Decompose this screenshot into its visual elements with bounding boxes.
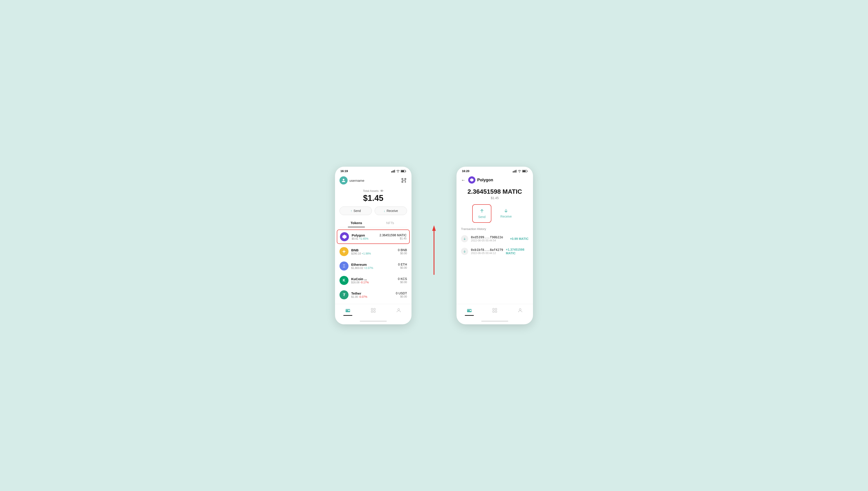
eth-amount: 0 ETH (398, 263, 407, 266)
eye-icon[interactable] (380, 189, 383, 193)
svg-marker-16 (342, 235, 346, 239)
tab-nfts[interactable]: NFTs (373, 219, 407, 227)
total-assets-label: Total Assets (335, 189, 411, 193)
tether-name: Tether (351, 291, 393, 295)
total-assets-section: Total Assets $1.45 (335, 187, 411, 206)
tether-info: Tether $1.00 -0.07% (351, 291, 393, 298)
send-button[interactable]: ↑ Send (340, 206, 372, 215)
svg-rect-6 (401, 170, 404, 172)
time-1: 16:19 (340, 169, 348, 173)
eth-info: Ethereum $1,803.02 +2.07% (351, 263, 395, 269)
tether-value: $0.00 (396, 295, 407, 298)
eth-value: $0.00 (398, 266, 407, 269)
wifi-icon-2 (518, 170, 521, 173)
tx-date-2: 2022-06-05 00:44:12 (471, 252, 503, 255)
bnb-value: $0.00 (398, 252, 407, 255)
signal-icon (391, 170, 395, 173)
avatar (340, 176, 348, 184)
tether-balance: 0 USDT $0.00 (396, 291, 407, 298)
send-button-2[interactable]: Send (472, 204, 491, 223)
status-icons-2 (513, 170, 528, 173)
svg-rect-9 (405, 178, 406, 179)
red-arrow-svg (425, 212, 443, 279)
polygon-logo (340, 232, 349, 241)
eth-name: Ethereum (351, 263, 395, 266)
svg-rect-39 (493, 311, 494, 312)
username-label: username (349, 179, 365, 182)
token-item-tether[interactable]: ₮ Tether $1.00 -0.07% 0 USDT $0.00 (335, 288, 411, 302)
svg-marker-17 (342, 250, 346, 254)
screen2-header: ← Polygon (457, 175, 533, 186)
kucoin-price: $16.08 -0.17% (351, 281, 395, 284)
bottom-nav-2 (457, 304, 533, 318)
receive-icon: ↓ (383, 209, 385, 212)
kucoin-balance: 0 KCS $0.00 (398, 277, 407, 284)
time-2: 16:20 (462, 169, 469, 173)
action-buttons: ↑ Send ↓ Receive (335, 206, 411, 219)
token-item-eth[interactable]: Ξ Ethereum $1,803.02 +2.07% 0 ETH $0.00 (335, 259, 411, 273)
tx-date-1: 2022-06-05 00:44:54 (471, 239, 507, 242)
eth-balance: 0 ETH $0.00 (398, 263, 407, 269)
screen2-title: Polygon (468, 176, 493, 183)
tx-info-2: 0xb1bf8...8af4279 2022-06-05 00:44:12 (471, 248, 503, 255)
bottom-nav-1 (335, 304, 411, 318)
status-icons-1 (391, 170, 406, 173)
tx-download-icon-1 (463, 237, 466, 240)
svg-rect-20 (371, 308, 373, 310)
tab-tokens[interactable]: Tokens (340, 219, 373, 227)
svg-rect-28 (514, 171, 515, 173)
scan-icon[interactable] (401, 177, 407, 183)
token-item-kucoin[interactable]: K KuCoin ... $16.08 -0.17% 0 KCS $0.00 (335, 273, 411, 288)
tether-logo: ₮ (340, 290, 348, 299)
nav-wallet-2[interactable] (463, 307, 476, 314)
wallet-icon-2 (467, 308, 472, 313)
nav-apps-2[interactable] (489, 307, 501, 314)
tx-history-label: Transaction History (457, 226, 533, 232)
receive-button-2[interactable]: Receive (495, 204, 517, 223)
svg-point-24 (398, 309, 400, 310)
tether-amount: 0 USDT (396, 291, 407, 295)
tx-hash-2: 0xb1bf8...8af4279 (471, 248, 503, 252)
svg-rect-8 (402, 178, 403, 179)
battery-icon (401, 170, 406, 173)
nav-apps-1[interactable] (367, 307, 379, 314)
status-bar-1: 16:19 (335, 167, 411, 175)
tx-download-icon-2 (463, 250, 466, 253)
tx-hash-1: 0xd5399...f90b22e (471, 235, 507, 239)
eth-logo: Ξ (340, 261, 348, 270)
battery-icon-2 (522, 170, 528, 173)
kucoin-amount: 0 KCS (398, 277, 407, 281)
nav-wallet-1[interactable] (342, 307, 354, 314)
nav-profile-2[interactable] (514, 307, 526, 314)
matic-amount: 2.36451598 MATIC (461, 188, 528, 195)
home-indicator-2 (457, 318, 533, 324)
svg-rect-1 (392, 171, 393, 173)
apps-icon-2 (492, 308, 497, 313)
svg-rect-5 (406, 171, 406, 172)
bnb-amount: 0 BNB (398, 248, 407, 252)
bnb-info: BNB $290.10 +1.98% (351, 248, 395, 255)
total-assets-amount: $1.45 (335, 194, 411, 203)
svg-rect-30 (516, 170, 517, 173)
polygon-price: $0.61 +2.65% (352, 237, 377, 240)
token-list: Polygon $0.61 +2.65% 2.36451598 MATIC $1… (335, 227, 411, 304)
svg-rect-27 (513, 171, 514, 173)
back-button[interactable]: ← (461, 177, 465, 183)
tx-item-2[interactable]: 0xb1bf8...8af4279 2022-06-05 00:44:12 +1… (457, 245, 533, 258)
svg-rect-0 (391, 171, 392, 173)
token-item-polygon[interactable]: Polygon $0.61 +2.65% 2.36451598 MATIC $1… (337, 230, 410, 244)
polygon-value: $1.45 (379, 237, 407, 240)
svg-marker-26 (432, 225, 436, 231)
nav-profile-1[interactable] (392, 307, 405, 314)
kucoin-name: KuCoin ... (351, 277, 395, 281)
phones-container: 16:19 (335, 167, 533, 324)
svg-rect-21 (374, 308, 375, 310)
token-item-bnb[interactable]: BNB $290.10 +1.98% 0 BNB $0.00 (335, 244, 411, 259)
tx-item-1[interactable]: 0xd5399...f90b22e 2022-06-05 00:44:54 +0… (457, 232, 533, 245)
bnb-name: BNB (351, 248, 395, 252)
svg-rect-22 (371, 311, 373, 312)
receive-icon-2 (503, 208, 509, 213)
spacer-2 (457, 258, 533, 304)
bnb-balance: 0 BNB $0.00 (398, 248, 407, 255)
receive-button[interactable]: ↓ Receive (375, 206, 407, 215)
